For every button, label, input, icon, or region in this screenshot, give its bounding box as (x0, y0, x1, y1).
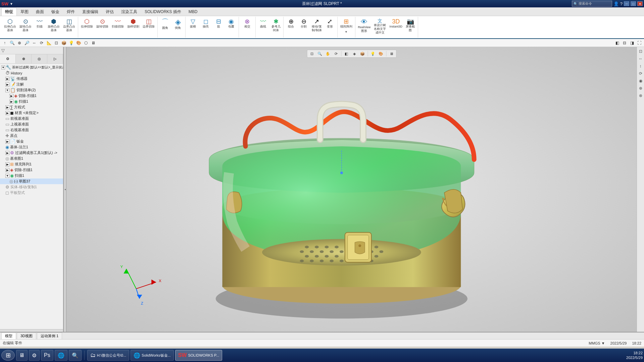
start-button[interactable]: ⊞ (1, 350, 15, 361)
vt-display[interactable]: ◈ (351, 50, 358, 57)
btn-rib[interactable]: ⊟ 筋 (212, 17, 225, 30)
btn-revolved-cut[interactable]: ⊙ 旋转切除 (95, 17, 110, 30)
user-icon[interactable]: 👤 (613, 1, 619, 6)
tree-item-material[interactable]: ▶ ◼ 材质 <未指定> (0, 110, 63, 116)
btn-lofted-boss[interactable]: ⬢ 放样凸台基体 (46, 17, 61, 33)
btn-sweep-boss[interactable]: 〰 扫描 (34, 17, 46, 33)
tree-item-equations[interactable]: ▶ ∑ 方程式 (0, 104, 63, 110)
btn-fillet[interactable]: ⌒ 圆角 (159, 17, 171, 31)
3d-viewport[interactable]: X Y Z ⊡ 🔍 ✋ ⟳ ◧ ◈ 📦 💡 🎨 🖥 (66, 47, 637, 332)
btn-wrap[interactable]: ◉ 包覆 (225, 17, 237, 30)
tab-feature[interactable]: 特征 (1, 8, 17, 16)
menu-icon[interactable]: ▼ (10, 2, 13, 6)
tree-item-sensors[interactable]: ▶ 📡 传感器 (0, 76, 63, 82)
tree-item-notes[interactable]: ▶ 📝 注解 (0, 82, 63, 87)
expand-net-tool[interactable]: ▶ (5, 151, 9, 155)
btn-curves[interactable]: 〰 曲线 (257, 17, 269, 33)
expand-cutlist[interactable]: ▼ (5, 88, 9, 92)
taskbar-btn-settings[interactable]: ⚙ (29, 350, 40, 361)
btn-lofted-cut[interactable]: ⬢ 放样切割 (126, 17, 141, 30)
sec-btn-12[interactable]: ⬡ (83, 40, 89, 46)
expand-notes[interactable]: ▶ (5, 83, 9, 87)
right-icon-2[interactable]: ↔ (638, 56, 644, 62)
tree-item-root[interactable]: ▼ 🔧 茶杯过滤网 (默认<<默认>_显示状态 1 (0, 64, 63, 70)
sec-panel-left[interactable]: ◧ (614, 40, 621, 46)
btn-design-tree-cn[interactable]: 文 将设计树名称文字成中文 (373, 17, 387, 35)
expand-sweep1b[interactable]: ▼ (5, 174, 9, 178)
panel-tab-2[interactable]: ⊕ (16, 54, 32, 63)
sec-btn-3[interactable]: ⊕ (16, 40, 23, 46)
tab-render[interactable]: 渲染工具 (117, 8, 141, 16)
sec-btn-2[interactable]: 🔍 (9, 40, 15, 46)
tree-item-cutlist[interactable]: ▼ 📋 切割清单(2) (0, 87, 63, 93)
expand-material[interactable]: ▶ (5, 111, 9, 115)
btn-boundary-cut[interactable]: ◫ 边界切除 (141, 17, 156, 30)
vt-zoom-fit[interactable]: ⊡ (308, 50, 315, 57)
tree-item-top-plane[interactable]: ▭ 上视基准面 (0, 121, 63, 127)
sec-panel-right[interactable]: ◨ (629, 40, 635, 46)
panel-tab-3[interactable]: ◎ (32, 54, 47, 63)
btn-boundary-boss[interactable]: ◫ 边界凸台基体 (62, 17, 77, 33)
taskbar-btn-ps[interactable]: Ps (41, 350, 53, 361)
vt-zoom-in[interactable]: 🔍 (316, 50, 324, 57)
tree-item-base-flange[interactable]: ◉ 基体-法兰1 (0, 144, 63, 150)
expand-root[interactable]: ▼ (1, 65, 5, 69)
sec-btn-13[interactable]: 🖥 (90, 40, 97, 46)
right-icon-1[interactable]: ⊡ (638, 48, 644, 54)
sec-panel-max[interactable]: ⛶ (636, 40, 643, 46)
tree-item-sweep1[interactable]: ▶ ◉ 扫描1 (0, 99, 63, 104)
btn-extruded-cut[interactable]: ⬡ 拉伸切除 (80, 17, 94, 30)
btn-move-copy[interactable]: ↗ 移动/复制/制体 (310, 17, 323, 33)
vt-section[interactable]: ◧ (343, 50, 350, 57)
expand-fill-array1[interactable]: ▶ (5, 162, 9, 166)
status-units[interactable]: MMGS ▼ (589, 341, 605, 345)
sec-btn-8[interactable]: ⊡ (53, 40, 60, 46)
filter-icon[interactable]: ▽ (1, 48, 5, 53)
btn-instant3d[interactable]: 3D Instant3D (388, 17, 404, 35)
btn-chamfer[interactable]: ◈ 倒角 (172, 17, 184, 31)
taskbar-btn-solidworks-main[interactable]: SW SOLIDWORKS P... (175, 350, 222, 361)
right-icon-6[interactable]: ⊕ (638, 85, 644, 91)
tab-solidworks-addin[interactable]: SOLIDWORKS 插件 (141, 8, 185, 16)
tab-motion-study[interactable]: 运动算例 1 (37, 332, 62, 339)
taskbar-btn-browser[interactable]: 🌐 (55, 350, 67, 361)
sec-btn-4[interactable]: 🔎 (23, 40, 30, 46)
tree-item-flat-pattern[interactable]: ◻ 平板型式 (0, 190, 63, 196)
tree-item-origin[interactable]: ✚ 原点 (0, 133, 63, 139)
btn-extruded-boss[interactable]: ⬡ 拉伸凸台基体 (3, 17, 17, 33)
tree-item-cut-sweep1b[interactable]: ▶ ◈ 切除-扫描1 (0, 167, 63, 173)
search-box[interactable]: 🔍 搜索命令 (572, 1, 612, 7)
btn-shell[interactable]: ◻ 抽壳 (200, 17, 212, 30)
taskbar-btn-explorer[interactable]: 🖥 (16, 350, 28, 361)
expand-sweep1[interactable]: ▶ (9, 100, 13, 104)
sec-btn-5[interactable]: ↔ (31, 40, 38, 46)
sec-btn-6[interactable]: ⟳ (38, 40, 45, 46)
sec-btn-11[interactable]: 🎨 (75, 40, 82, 46)
sec-btn-7[interactable]: 📐 (46, 40, 52, 46)
tab-sheetmetal[interactable]: 钣金 (48, 8, 63, 16)
btn-revolved-boss[interactable]: ⊙ 旋转凸台基体 (18, 17, 33, 33)
sec-btn-10[interactable]: 💡 (68, 40, 75, 46)
tree-item-cut-sweep1[interactable]: ▶ ◈ 切除-扫描1 (0, 93, 63, 99)
vt-screen[interactable]: 🖥 (388, 50, 395, 57)
btn-draft[interactable]: ▽ 拔模 (187, 17, 199, 30)
tab-direct-edit[interactable]: 直接编辑 (79, 8, 102, 16)
tab-surface[interactable]: 曲面 (32, 8, 48, 16)
btn-linear-pattern[interactable]: ⊞ 线性阵列 (339, 17, 354, 30)
panel-collapse-handle[interactable]: ◂ (64, 47, 66, 332)
btn-ref-geometry[interactable]: ✱ 参考几何体 (270, 17, 282, 33)
btn-combine[interactable]: ⊕ 组合 (285, 17, 297, 33)
sec-btn-9[interactable]: 📦 (60, 40, 67, 46)
btn-screenshot[interactable]: 📷 屏幕截图 (404, 17, 416, 35)
taskbar-btn-search[interactable]: 🔍 (69, 350, 82, 361)
tab-mbd[interactable]: MBD (185, 8, 201, 15)
expand-equations[interactable]: ▶ (5, 105, 9, 109)
expand-cut-sweep1b[interactable]: ▶ (5, 168, 9, 172)
sec-btn-1[interactable]: ↑ (1, 40, 8, 46)
tab-weld[interactable]: 焊件 (63, 8, 79, 16)
right-icon-5[interactable]: ◉ (638, 78, 644, 84)
right-icon-4[interactable]: ⟳ (638, 70, 644, 76)
tree-item-sheet-metal[interactable]: ▶ 📄 钣金 (0, 139, 63, 144)
right-icon-3[interactable]: ↕ (638, 63, 644, 69)
panel-tab-feature[interactable]: ⚙ (0, 54, 16, 63)
